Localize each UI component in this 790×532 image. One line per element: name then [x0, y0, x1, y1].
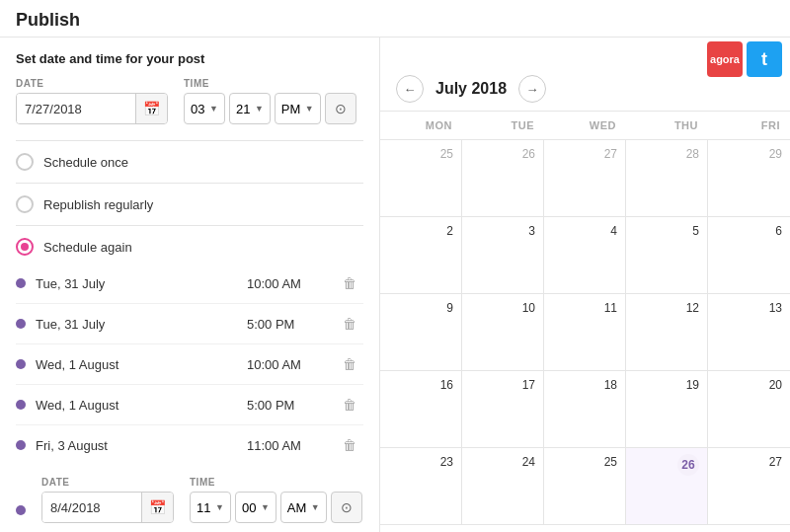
add-date-calendar-icon[interactable]: 📅: [141, 492, 173, 523]
calendar-week: 2 3 4 5 6: [380, 217, 790, 294]
agora-icon[interactable]: agora: [707, 41, 743, 77]
date-field-group: DATE 📅: [16, 78, 168, 124]
divider-1: [16, 140, 363, 141]
calendar-week: 9 10 11 12 13: [380, 294, 790, 371]
add-date-input-wrapper: 📅: [41, 492, 174, 523]
cal-cell[interactable]: 11: [544, 294, 626, 370]
add-time-label: TIME: [190, 477, 362, 488]
delete-schedule-item-btn[interactable]: 🗑: [336, 350, 363, 378]
cal-cell[interactable]: 9: [380, 294, 462, 370]
date-label: DATE: [16, 78, 168, 89]
schedule-dot: [16, 278, 26, 288]
cal-cell[interactable]: 27: [708, 448, 790, 524]
schedule-item-date: Fri, 3 August: [36, 438, 247, 453]
cal-cell[interactable]: 16: [380, 371, 462, 447]
schedule-item-time: 5:00 PM: [247, 317, 336, 332]
cal-cell[interactable]: 18: [544, 371, 626, 447]
radio-schedule-once[interactable]: Schedule once: [16, 143, 363, 181]
calendar-day-headers: MON TUE WED THU FRI: [380, 112, 790, 140]
cal-cell[interactable]: 28: [626, 140, 708, 216]
time-minute-dropdown[interactable]: 21: [236, 102, 253, 116]
calendar-top-bar: agora t ← July 2018 →: [380, 38, 790, 112]
delete-schedule-item-btn[interactable]: 🗑: [336, 391, 363, 418]
add-date-field-group: DATE 📅: [41, 477, 174, 523]
cal-cell[interactable]: 23: [380, 448, 462, 524]
schedule-dot: [16, 359, 26, 369]
next-month-btn[interactable]: →: [518, 75, 546, 103]
calendar-grid: MON TUE WED THU FRI 25 26 27 28 29: [380, 112, 790, 532]
cal-cell[interactable]: 6: [708, 217, 790, 293]
cal-cell[interactable]: 12: [626, 294, 708, 370]
day-header-wed: WED: [544, 112, 626, 139]
delete-schedule-item-btn[interactable]: 🗑: [336, 269, 363, 297]
cal-cell[interactable]: 2: [380, 217, 462, 293]
schedule-dot: [16, 440, 26, 450]
schedule-item-date: Wed, 1 August: [36, 398, 247, 413]
left-panel-subtitle: Set date and time for your post: [16, 51, 363, 66]
cal-cell[interactable]: 29: [708, 140, 790, 216]
cal-cell[interactable]: 25: [380, 140, 462, 216]
add-time-period-select[interactable]: AM PM ▼: [280, 492, 327, 523]
cal-cell[interactable]: 4: [544, 217, 626, 293]
radio-republish-circle: [16, 195, 34, 213]
add-time-icon-btn[interactable]: ⊙: [331, 492, 362, 523]
cal-cell[interactable]: 26: [462, 140, 544, 216]
time-hour-select[interactable]: 03 ▼: [184, 93, 225, 124]
time-row: 03 ▼ 21 ▼ PM: [184, 93, 356, 124]
cal-cell[interactable]: 24: [462, 448, 544, 524]
month-title: July 2018: [435, 80, 507, 98]
radio-republish[interactable]: Republish regularly: [16, 186, 363, 223]
add-time-field-group: TIME 11 ▼ 00 ▼: [190, 477, 362, 523]
cal-cell[interactable]: 17: [462, 371, 544, 447]
schedule-item-time: 10:00 AM: [247, 357, 336, 372]
schedule-item: Tue, 31 July 10:00 AM 🗑: [16, 264, 363, 303]
calendar-weeks: 25 26 27 28 29 2 3 4 5 6: [380, 140, 790, 525]
time-field-group: TIME 03 ▼ 21 ▼: [184, 78, 356, 124]
time-icon-btn[interactable]: ⊙: [325, 93, 356, 124]
date-time-row: DATE 📅 TIME 03 ▼: [16, 78, 363, 124]
cal-cell[interactable]: 19: [626, 371, 708, 447]
time-minute-select[interactable]: 21 ▼: [229, 93, 271, 124]
cal-cell[interactable]: 27: [544, 140, 626, 216]
add-time-hour-chevron: ▼: [215, 502, 224, 512]
delete-schedule-item-btn[interactable]: 🗑: [336, 431, 363, 459]
cal-cell[interactable]: 5: [626, 217, 708, 293]
date-input[interactable]: [17, 94, 135, 123]
cal-cell[interactable]: 25: [544, 448, 626, 524]
schedule-again-header[interactable]: Schedule again: [16, 228, 363, 264]
date-input-wrapper: 📅: [16, 93, 168, 124]
cal-cell[interactable]: 20: [708, 371, 790, 447]
prev-month-btn[interactable]: ←: [396, 75, 424, 103]
cal-cell[interactable]: 3: [462, 217, 544, 293]
add-time-row: 11 ▼ 00 ▼ AM: [190, 492, 362, 523]
cal-cell[interactable]: 26: [626, 448, 708, 524]
schedule-item: Wed, 1 August 5:00 PM 🗑: [16, 384, 363, 424]
add-time-hour-dropdown[interactable]: 11: [197, 500, 213, 515]
page-container: Publish Set date and time for your post …: [0, 0, 790, 532]
cal-cell[interactable]: 13: [708, 294, 790, 370]
time-hour-dropdown[interactable]: 03: [191, 102, 207, 116]
add-time-hour-select[interactable]: 11 ▼: [190, 492, 231, 523]
add-time-minute-chevron: ▼: [261, 502, 270, 512]
page-header: Publish: [0, 0, 790, 38]
radio-schedule-again-label: Schedule again: [43, 240, 132, 255]
time-period-select[interactable]: PM AM ▼: [275, 93, 321, 124]
page-title: Publish: [16, 10, 774, 31]
schedule-item-date: Wed, 1 August: [36, 357, 247, 372]
social-icons-group: agora t: [707, 41, 782, 77]
schedule-dot: [16, 319, 26, 329]
delete-schedule-item-btn[interactable]: 🗑: [336, 310, 363, 338]
cal-cell[interactable]: 10: [462, 294, 544, 370]
add-date-input[interactable]: [42, 493, 141, 522]
schedule-dot: [16, 400, 26, 410]
add-time-minute-select[interactable]: 00 ▼: [235, 492, 276, 523]
add-date-section: DATE 📅 TIME 11 ▼: [16, 473, 363, 523]
add-time-minute-dropdown[interactable]: 00: [242, 500, 259, 515]
calendar-nav: ← July 2018 →: [396, 75, 546, 103]
twitter-letter: t: [761, 49, 767, 70]
time-period-dropdown[interactable]: PM AM: [281, 102, 303, 116]
date-calendar-icon[interactable]: 📅: [135, 93, 167, 124]
add-time-period-dropdown[interactable]: AM PM: [287, 500, 309, 515]
twitter-icon[interactable]: t: [747, 41, 782, 77]
schedule-item-time: 5:00 PM: [247, 398, 336, 413]
